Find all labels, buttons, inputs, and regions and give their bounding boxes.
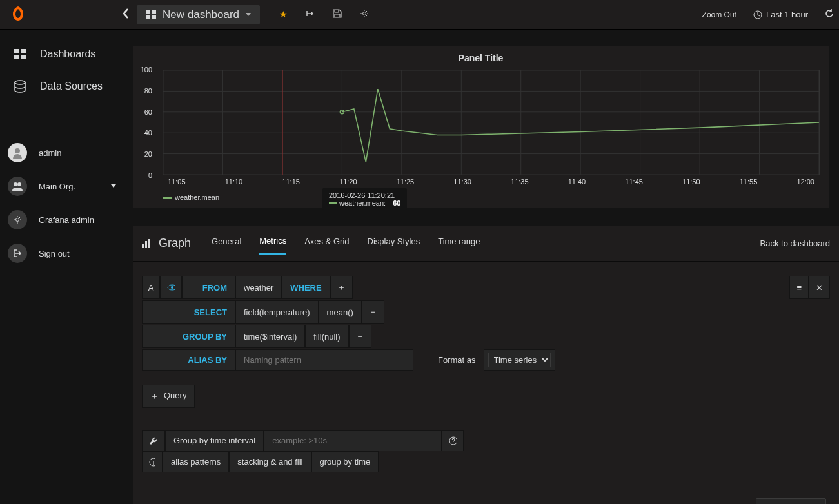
users-icon (8, 177, 27, 196)
help-stacking[interactable]: stacking & and fill (229, 451, 311, 472)
tab-time-range[interactable]: Time range (438, 233, 480, 254)
chart-area[interactable]: 100806040200 11:0511:1011:1511:2011:2511… (137, 66, 820, 208)
groupby-time[interactable]: time($interval) (235, 325, 305, 348)
svg-rect-35 (142, 244, 144, 248)
sidebar-grafana-admin[interactable]: Grafana admin (0, 206, 129, 233)
x-axis: 11:0511:1011:1511:2011:2511:3011:3511:40… (163, 178, 820, 186)
gbti-input[interactable] (272, 436, 433, 445)
format-as-label: Format as (430, 349, 484, 371)
dashboard-title-text: New dashboard (163, 8, 239, 21)
chart-legend[interactable]: weather.mean (163, 193, 219, 201)
svg-rect-2 (146, 15, 150, 19)
alias-input[interactable] (244, 355, 405, 365)
svg-rect-8 (14, 55, 19, 59)
svg-point-12 (14, 182, 17, 186)
info-icon[interactable]: i (142, 451, 163, 472)
avatar-icon (8, 143, 27, 162)
legend-swatch (163, 197, 172, 199)
alias-input-cell (235, 349, 413, 371)
sidebar-item-datasources[interactable]: Data Sources (0, 75, 129, 98)
help-icon[interactable]: ? (442, 430, 464, 451)
svg-rect-9 (21, 55, 26, 59)
barchart-icon (142, 239, 152, 248)
panel-type-label: Graph (142, 237, 191, 250)
groupby-keyword: GROUP BY (142, 325, 235, 348)
graph-panel: Panel Title 100806040200 11:0511:1011:15… (133, 46, 829, 208)
datasource-selector[interactable]: testDB (756, 498, 826, 504)
svg-point-14 (16, 218, 19, 222)
plot-area[interactable] (163, 70, 820, 175)
format-as-select-cell: Time series (484, 349, 555, 371)
select-keyword: SELECT (142, 300, 235, 324)
where-keyword: WHERE (282, 276, 330, 299)
add-where-button[interactable]: ＋ (330, 276, 353, 299)
share-icon[interactable] (306, 9, 315, 20)
svg-point-11 (15, 148, 20, 153)
sidebar-user[interactable]: admin (0, 139, 129, 166)
database-icon (12, 80, 28, 93)
sidebar: Dashboards Data Sources admin Main Org. … (0, 30, 129, 504)
sidebar-org[interactable]: Main Org. (0, 173, 129, 200)
dashboard-title-dropdown[interactable]: New dashboard (137, 5, 260, 24)
tooltip-swatch (329, 202, 337, 204)
aliasby-keyword: ALIAS BY (142, 349, 235, 371)
select-field[interactable]: field(temperature) (235, 300, 319, 324)
groupby-fill[interactable]: fill(null) (305, 325, 348, 348)
save-icon[interactable] (333, 9, 342, 20)
sidebar-item-dashboards[interactable]: Dashboards (0, 43, 129, 66)
wrench-icon[interactable] (142, 430, 165, 451)
svg-rect-3 (152, 15, 156, 19)
help-alias-patterns[interactable]: alias patterns (163, 451, 229, 472)
panels-icon (146, 10, 156, 19)
panel-editor: Graph General Metrics Axes & Grid Displa… (133, 226, 839, 504)
chevron-down-icon (111, 184, 116, 188)
settings-icon[interactable] (360, 9, 369, 20)
y-axis: 100806040200 (137, 70, 160, 175)
svg-text:i: i (153, 459, 154, 466)
from-keyword: FROM (182, 276, 235, 299)
svg-rect-37 (148, 239, 150, 248)
svg-rect-0 (146, 10, 150, 14)
from-value[interactable]: weather (235, 276, 282, 299)
add-query-button[interactable]: ＋ Query (142, 385, 195, 408)
select-agg[interactable]: mean() (319, 300, 362, 324)
svg-rect-6 (14, 49, 19, 53)
svg-point-10 (15, 81, 25, 84)
panel-title[interactable]: Panel Title (133, 46, 829, 66)
time-range-picker[interactable]: Last 1 hour (753, 10, 808, 19)
gear-icon (8, 210, 27, 229)
sidebar-signout[interactable]: Sign out (0, 240, 129, 267)
toggle-visibility-icon[interactable] (160, 276, 182, 299)
format-as-select[interactable]: Time series (488, 353, 551, 367)
grafana-logo-icon[interactable] (5, 2, 31, 28)
remove-query-icon[interactable]: ✕ (809, 276, 830, 299)
svg-text:?: ? (451, 438, 455, 445)
help-group-by-time[interactable]: group by time (311, 451, 379, 472)
refresh-icon[interactable] (825, 9, 834, 20)
chart-tooltip: 2016-02-26 11:20:21 weather.mean: 60 (322, 188, 407, 210)
svg-point-4 (363, 12, 366, 15)
add-select-button[interactable]: ＋ (362, 300, 384, 324)
query-menu-icon[interactable]: ≡ (789, 276, 809, 299)
tab-display-styles[interactable]: Display Styles (368, 233, 420, 254)
back-to-dashboard-link[interactable]: Back to dashboard (760, 238, 830, 248)
query-letter[interactable]: A (142, 276, 160, 299)
plus-icon: ＋ (150, 391, 159, 402)
star-icon[interactable]: ★ (279, 9, 288, 20)
svg-point-39 (171, 286, 173, 289)
svg-rect-7 (21, 49, 26, 53)
zoom-out-button[interactable]: Zoom Out (702, 10, 736, 19)
svg-point-13 (17, 182, 21, 186)
chevron-down-icon (246, 13, 251, 17)
signout-icon (8, 244, 27, 263)
tab-metrics[interactable]: Metrics (259, 232, 286, 255)
tab-axes[interactable]: Axes & Grid (304, 233, 349, 254)
svg-rect-1 (152, 10, 156, 14)
svg-rect-36 (145, 241, 147, 248)
clock-icon (753, 10, 762, 19)
tab-general[interactable]: General (212, 233, 241, 254)
add-groupby-button[interactable]: ＋ (349, 325, 371, 348)
dashboards-icon (12, 48, 28, 61)
gbti-label: Group by time interval (165, 430, 264, 451)
back-button[interactable] (115, 8, 137, 21)
